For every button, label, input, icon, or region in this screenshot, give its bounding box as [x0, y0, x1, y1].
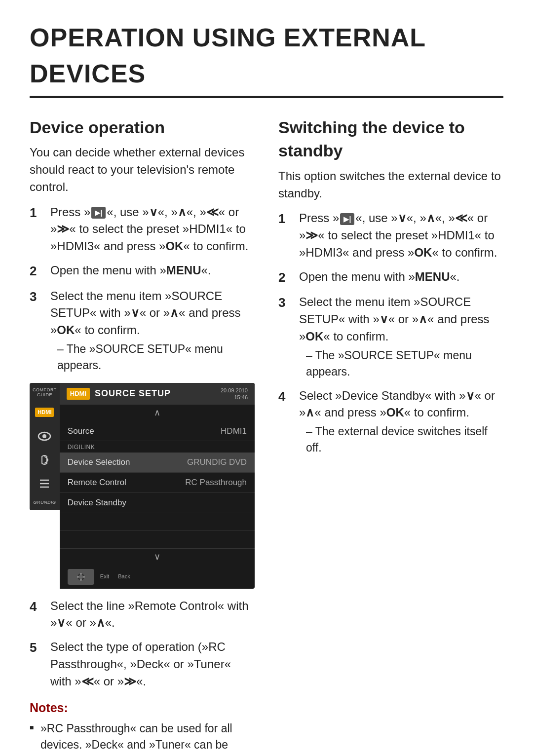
svg-point-10: [80, 579, 82, 581]
comfort-guide-label: COMFORTGUIDE: [33, 388, 57, 398]
right-section-title: Switching the device to standby: [278, 116, 503, 163]
step-1: 1 Press »▶|«, use »∨«, »∧«, »≪« or »≫« t…: [30, 204, 255, 255]
tv-sidebar: COMFORTGUIDE HDMI: [30, 383, 60, 510]
notes-section: Notes: ■ »RC Passthrough« can be used fo…: [30, 699, 255, 756]
tv-footer-labels: Exit Back: [100, 573, 130, 580]
tv-screen: COMFORTGUIDE HDMI: [30, 383, 255, 589]
tv-chevron-down: ∨: [60, 549, 255, 565]
remote-icon-1: ▶|: [91, 207, 106, 219]
left-column: Device operation You can decide whether …: [30, 116, 255, 756]
remote-control-label: Remote Control: [68, 477, 185, 489]
menu-header-time: 20.09.2010 15:46: [221, 387, 248, 401]
exit-label: Exit: [100, 573, 109, 580]
source-label: Source: [68, 425, 221, 437]
tv-menu-empty-row-2: [60, 531, 255, 549]
page-title: OPERATION USING EXTERNAL DEVICES: [30, 20, 503, 98]
note-1: ■ »RC Passthrough« can be used for all d…: [30, 720, 255, 756]
step-4-right: 4 Select »Device Standby« with »∨« or »∧…: [278, 387, 503, 456]
tv-menu-footer: Exit Back: [60, 565, 255, 589]
step-3-right: 3 Select the menu item »SOURCE SETUP« wi…: [278, 294, 503, 380]
left-section-intro: You can decide whether external devices …: [30, 144, 255, 195]
left-section-title: Device operation: [30, 116, 255, 140]
tv-menu-device-selection-row: Device Selection GRUNDIG DVD: [60, 453, 255, 473]
svg-point-7: [79, 575, 83, 579]
step-5-left: 5 Select the type of operation (»RC Pass…: [30, 639, 255, 690]
step-1-right: 1 Press »▶|«, use »∨«, »∧«, »≪« or »≫« t…: [278, 210, 503, 261]
svg-point-8: [80, 573, 82, 575]
svg-point-11: [77, 576, 79, 578]
remote-icon-right-1: ▶|: [340, 213, 354, 225]
note-bullet-1: ■: [30, 722, 40, 732]
tv-icon-tools: [35, 474, 54, 493]
notes-title: Notes:: [30, 699, 255, 717]
steps-list-left-after: 4 Select the line »Remote Control« with …: [30, 598, 255, 690]
remote-control-value: RC Passthrough: [185, 477, 247, 489]
menu-header-title: SOURCE SETUP: [95, 387, 216, 400]
tv-menu-remote-control-row: Remote Control RC Passthrough: [60, 473, 255, 493]
digilink-label: DIGILINK: [60, 441, 255, 453]
grundig-logo: GRUNDIG: [33, 499, 56, 506]
step-4-right-subnote: – The external device switches itself of…: [299, 423, 503, 456]
source-value: HDMI1: [221, 425, 247, 437]
step-4-left: 4 Select the line »Remote Control« with …: [30, 598, 255, 632]
device-selection-label: Device Selection: [68, 456, 187, 468]
hdmi-badge-header: HDMI: [67, 388, 90, 400]
steps-list-right: 1 Press »▶|«, use »∨«, »∧«, »≪« or »≫« t…: [278, 210, 503, 456]
right-section-intro: This option switches the external device…: [278, 168, 503, 202]
tv-menu-area: HDMI SOURCE SETUP 20.09.2010 15:46 ∧ Sou…: [60, 383, 255, 589]
tv-remote-icon: [68, 569, 94, 585]
right-column: Switching the device to standby This opt…: [278, 116, 503, 756]
svg-point-1: [42, 434, 46, 438]
device-standby-label: Device Standby: [68, 497, 247, 509]
tv-chevron-up: ∧: [60, 405, 255, 421]
tv-icon-audio: [35, 450, 54, 470]
note-text-1: »RC Passthrough« can be used for all dev…: [40, 720, 255, 756]
tv-menu-source-row: Source HDMI1: [60, 421, 255, 442]
steps-list-left: 1 Press »▶|«, use »∨«, »∧«, »≪« or »≫« t…: [30, 204, 255, 374]
tv-menu-empty-row-1: [60, 513, 255, 531]
step-3-right-subnote: – The »SOURCE SETUP« menu appears.: [299, 347, 503, 380]
tv-icon-hdmi: HDMI: [35, 403, 54, 422]
back-label: Back: [118, 573, 130, 580]
tv-menu-header: HDMI SOURCE SETUP 20.09.2010 15:46: [60, 383, 255, 405]
svg-point-9: [83, 576, 85, 578]
hdmi-badge: HDMI: [35, 408, 54, 417]
step-2-right: 2 Open the menu with »MENU«.: [278, 268, 503, 287]
step-3: 3 Select the menu item »SOURCE SETUP« wi…: [30, 288, 255, 374]
tv-icon-eye: [35, 426, 54, 446]
device-selection-value: GRUNDIG DVD: [187, 456, 247, 468]
step-2: 2 Open the menu with »MENU«.: [30, 262, 255, 281]
step-3-subnote: – The »SOURCE SETUP« menu appears.: [50, 341, 255, 374]
tv-menu-device-standby-row: Device Standby: [60, 493, 255, 513]
